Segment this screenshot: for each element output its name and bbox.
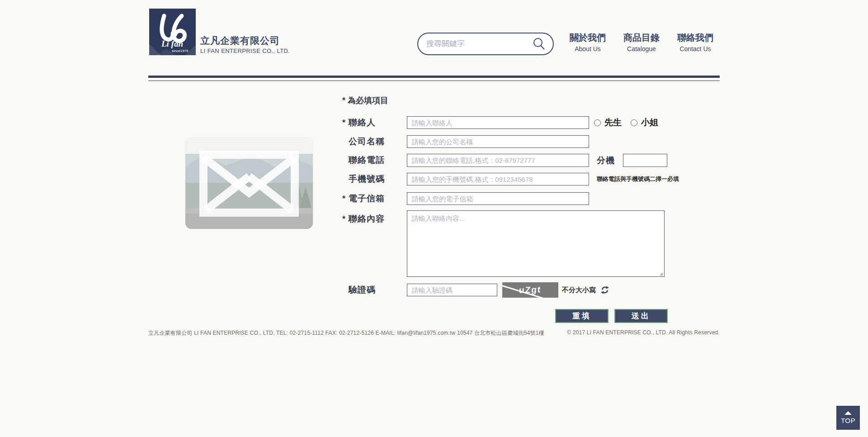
- captcha-input[interactable]: [407, 284, 497, 296]
- nav-about-en: About Us: [570, 45, 606, 52]
- nav-catalogue-en: Catalogue: [623, 45, 660, 52]
- gender-option-ms[interactable]: 小姐: [631, 117, 658, 128]
- phone-label: * 聯絡電話: [342, 154, 385, 166]
- main-nav: 關於我們 About Us 商品目錄 Catalogue 聯絡我們 Contac…: [570, 32, 713, 52]
- submit-button[interactable]: 送出: [614, 309, 668, 323]
- logo-script-text: Li fan: [161, 39, 183, 48]
- top-button-label: TOP: [841, 417, 855, 424]
- mobile-label: * 手機號碼: [342, 173, 385, 185]
- footer: 立凡企業有限公司 LI FAN ENTERPRISE CO., LTD. TEL…: [148, 329, 720, 337]
- company-label: * 公司名稱: [342, 135, 385, 148]
- textarea-resize-handle[interactable]: ◢: [660, 271, 663, 276]
- logo-image: Li fan since1975: [149, 9, 196, 55]
- nav-item-contact[interactable]: 聯絡我們 Contact Us: [677, 32, 713, 52]
- magnifier-icon: [532, 37, 546, 51]
- company-logo[interactable]: Li fan since1975: [149, 9, 196, 55]
- header-divider-thin: [148, 81, 720, 81]
- captcha-case-note: 不分大小寫: [562, 284, 596, 296]
- refresh-icon: [600, 285, 609, 294]
- mobile-input[interactable]: [407, 173, 589, 185]
- reset-button[interactable]: 重填: [555, 309, 609, 323]
- message-textarea[interactable]: [407, 210, 665, 277]
- extension-input[interactable]: [623, 154, 667, 167]
- contact-label: * 聯絡人: [342, 116, 376, 129]
- company-name-zh: 立凡企業有限公司: [200, 34, 280, 47]
- captcha-refresh-button[interactable]: [600, 285, 609, 294]
- search-button[interactable]: [530, 35, 547, 52]
- phone-or-mobile-note: 聯絡電話與手機號碼二擇一必填: [597, 173, 679, 185]
- page-container: Li fan since1975 立凡企業有限公司 LI FAN ENTERPR…: [148, 0, 720, 437]
- envelope-icon: [185, 138, 313, 229]
- nav-item-about[interactable]: 關於我們 About Us: [570, 32, 606, 52]
- email-label: * 電子信箱: [342, 192, 385, 205]
- company-input[interactable]: [407, 135, 589, 148]
- nav-contact-zh: 聯絡我們: [677, 32, 713, 44]
- logo-since-text: since1975: [172, 49, 189, 53]
- company-name-en: LI FAN ENTERPRISE CO., LTD.: [200, 48, 290, 54]
- footer-copyright: © 2017 LI FAN ENTERPRISE CO., LTD. All R…: [567, 329, 720, 337]
- nav-item-catalogue[interactable]: 商品目錄 Catalogue: [623, 32, 660, 52]
- gender-radio-group: 先生 小姐: [594, 116, 658, 129]
- back-to-top-button[interactable]: TOP: [836, 406, 860, 430]
- radio-icon[interactable]: [631, 119, 637, 126]
- gender-option-mr[interactable]: 先生: [594, 117, 622, 128]
- radio-icon[interactable]: [594, 119, 601, 126]
- message-label: * 聯絡內容: [342, 213, 385, 225]
- email-input[interactable]: [407, 192, 589, 205]
- search-input[interactable]: [426, 39, 530, 48]
- contact-envelope-image: [185, 138, 313, 229]
- up-arrow-icon: [844, 411, 852, 415]
- captcha-label: * 驗證碼: [342, 284, 376, 296]
- nav-about-zh: 關於我們: [570, 32, 606, 44]
- contact-input[interactable]: [407, 116, 589, 129]
- nav-catalogue-zh: 商品目錄: [623, 32, 660, 44]
- footer-company-info: 立凡企業有限公司 LI FAN ENTERPRISE CO., LTD. TEL…: [148, 329, 544, 337]
- nav-contact-en: Contact Us: [677, 45, 713, 52]
- search-bar: [417, 33, 554, 55]
- captcha-image[interactable]: uZgt: [502, 282, 558, 298]
- required-star: *: [342, 118, 346, 128]
- header-divider-thick: [148, 76, 720, 78]
- extension-label: 分機: [597, 154, 615, 167]
- required-fields-note: * 為必填項目: [342, 95, 388, 106]
- phone-input[interactable]: [407, 154, 589, 167]
